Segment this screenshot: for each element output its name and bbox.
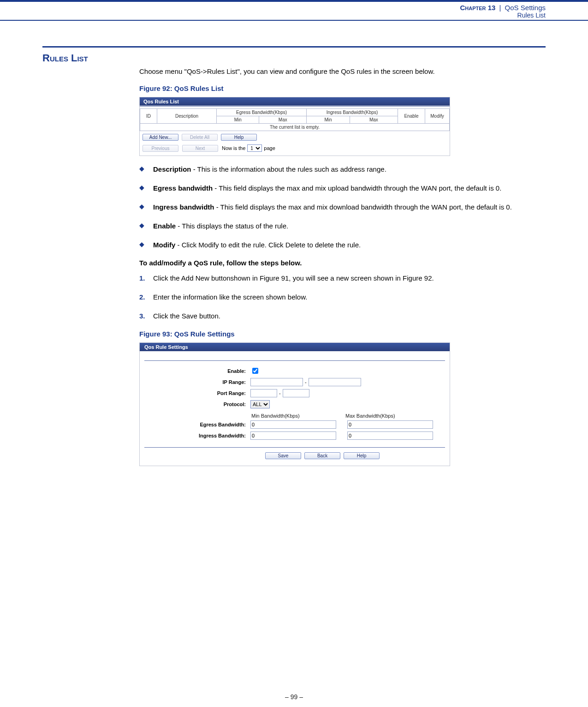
col-egress-min: Min <box>217 116 259 124</box>
delete-all-button[interactable]: Delete All <box>182 134 218 141</box>
help-button-2[interactable]: Help <box>344 452 380 459</box>
chapter-sep: | <box>498 4 503 12</box>
term-enable: Enable <box>153 222 176 230</box>
pager-suffix: page <box>264 145 275 151</box>
ip-range-end[interactable] <box>309 378 361 386</box>
rest-ingress: - This field displays the max and mix do… <box>214 203 512 211</box>
col-egress-max: Max <box>259 116 307 124</box>
protocol-select[interactable]: ALL <box>250 400 270 408</box>
pager-prefix: Now is the <box>222 145 245 151</box>
rest-description: - This is the information about the rule… <box>191 165 386 173</box>
rest-enable: - This displays the status of the rule. <box>176 222 288 230</box>
section-rule <box>42 46 546 48</box>
col-enable: Enable <box>398 109 425 124</box>
fig92-titlebar: Qos Rules List <box>140 97 450 106</box>
col-id: ID <box>140 109 157 124</box>
bullet-description: Description - This is the information ab… <box>139 164 546 174</box>
back-button[interactable]: Back <box>304 452 340 459</box>
col-min-bw: Min Bandwidth(Kbps) <box>251 413 345 419</box>
doc-header: Chapter 13 | QoS Settings Rules List <box>460 4 546 19</box>
port-range-start[interactable] <box>250 389 277 397</box>
fig93-titlebar: Qos Rule Settings <box>140 343 450 351</box>
col-ingress-min: Min <box>307 116 350 124</box>
label-enable: Enable: <box>144 368 250 374</box>
enable-checkbox[interactable] <box>252 368 258 374</box>
label-ip-range: IP Range: <box>144 379 250 385</box>
step-3: Click the Save button. <box>139 311 546 321</box>
chapter-group: QoS Settings <box>505 4 546 12</box>
chapter-label: Chapter 13 <box>460 4 495 12</box>
ip-range-start[interactable] <box>250 378 303 386</box>
term-egress: Egress bandwidth <box>153 184 213 192</box>
ingress-min-input[interactable] <box>250 431 336 440</box>
form-rule-top <box>144 360 445 361</box>
steps-list: Click the Add New buttonshown in Figure … <box>139 273 546 321</box>
fig92-caption: Figure 92: QoS Rules List <box>139 84 546 92</box>
rest-egress: - This field displays the max and mix up… <box>213 184 501 192</box>
label-ingress-bw: Ingress Bandwidth: <box>144 433 250 438</box>
previous-button[interactable]: Previous <box>143 145 178 152</box>
term-modify: Modify <box>153 241 175 249</box>
fig93-ui: Qos Rule Settings Enable: IP Range: - Po… <box>139 342 450 466</box>
next-button[interactable]: Next <box>182 145 218 152</box>
col-modify: Modify <box>425 109 450 124</box>
qos-rules-table: ID Description Egress Bandwidth(Kbps) In… <box>140 108 450 131</box>
term-description: Description <box>153 165 191 173</box>
fig93-caption: Figure 93: QoS Rule Settings <box>139 330 546 338</box>
rest-modify: - Click Modify to edit the rule. Click D… <box>175 241 361 249</box>
fig92-ui: Qos Rules List ID Description Egress Ban… <box>139 97 450 156</box>
col-ingress-group: Ingress Bandwidth(Kbps) <box>307 109 398 116</box>
label-protocol: Protocol: <box>144 401 250 407</box>
field-definitions: Description - This is the information ab… <box>139 164 546 250</box>
save-button[interactable]: Save <box>265 452 301 459</box>
term-ingress: Ingress bandwidth <box>153 203 214 211</box>
egress-min-input[interactable] <box>250 420 336 429</box>
section-title: Rules List <box>42 52 546 64</box>
bullet-modify: Modify - Click Modify to edit the rule. … <box>139 240 546 250</box>
port-range-end[interactable] <box>283 389 309 397</box>
step-2: Enter the information like the screen sh… <box>139 292 546 302</box>
ingress-max-input[interactable] <box>347 431 433 440</box>
label-egress-bw: Egress Bandwidth: <box>144 422 250 427</box>
col-max-bw: Max Bandwidth(Kbps) <box>345 413 440 419</box>
section-intro: Choose menu "QoS->Rules List", you can v… <box>139 67 546 76</box>
bullet-egress: Egress bandwidth - This field displays t… <box>139 183 546 193</box>
steps-intro: To add/modify a QoS rule, follow the ste… <box>139 259 546 267</box>
add-new-button[interactable]: Add New... <box>143 134 178 141</box>
help-button[interactable]: Help <box>221 134 257 141</box>
col-ingress-max: Max <box>350 116 398 124</box>
bullet-enable: Enable - This displays the status of the… <box>139 221 546 231</box>
empty-list-text: The current list is empty. <box>140 124 450 131</box>
bullet-ingress: Ingress bandwidth - This field displays … <box>139 202 546 212</box>
egress-max-input[interactable] <box>347 420 433 429</box>
page-select[interactable]: 1 <box>247 144 262 152</box>
step-1: Click the Add New buttonshown in Figure … <box>139 273 546 283</box>
col-description: Description <box>157 109 217 124</box>
page-number: – 99 – <box>0 693 588 701</box>
chapter-sub: Rules List <box>460 12 546 19</box>
col-egress-group: Egress Bandwidth(Kbps) <box>217 109 307 116</box>
label-port-range: Port Range: <box>144 390 250 396</box>
